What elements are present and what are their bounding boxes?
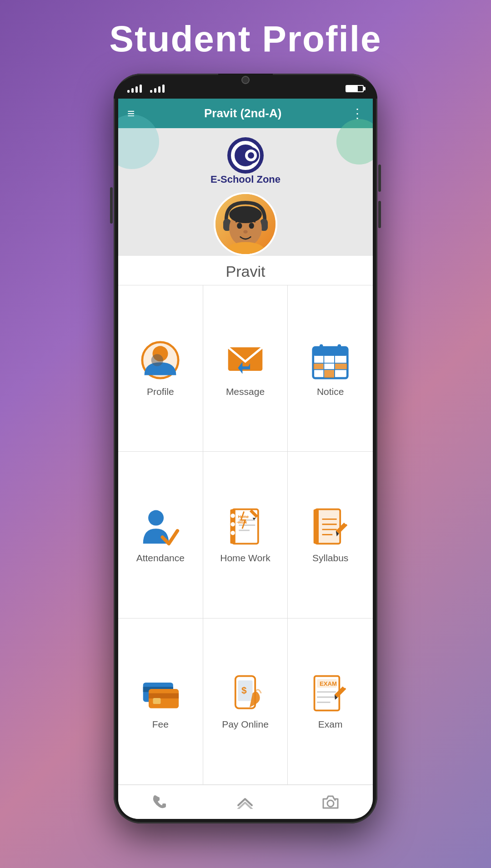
svg-point-16 — [151, 354, 163, 366]
signal-indicator — [127, 85, 165, 93]
fee-svg-icon: ₹ — [141, 674, 180, 713]
logo-container: E-School Zone — [210, 137, 281, 185]
student-name: Pravit — [226, 263, 266, 280]
phone-icon — [152, 794, 168, 810]
menu-item-fee[interactable]: ₹ Fee — [118, 619, 203, 785]
phone-button[interactable] — [152, 794, 168, 810]
svg-point-9 — [237, 223, 242, 229]
homework-label: Home Work — [220, 553, 270, 564]
avatar-image — [215, 194, 276, 254]
attendance-label: Attendance — [136, 553, 185, 564]
svg-point-11 — [243, 230, 247, 234]
profile-icon — [140, 340, 181, 381]
phone-frame: ≡ Pravit (2nd-A) ⋮ E-School Zone — [114, 74, 377, 823]
app-name-label: E-School Zone — [210, 174, 281, 185]
volume-up-button — [378, 165, 381, 192]
profile-svg-icon — [141, 341, 180, 379]
attendance-svg-icon — [141, 507, 180, 546]
notice-svg-icon — [311, 341, 350, 379]
fee-icon: ₹ — [140, 673, 181, 713]
signal-bar-4 — [140, 85, 142, 93]
signal-bar-1 — [127, 90, 130, 93]
menu-item-notice[interactable]: Notice — [288, 285, 373, 452]
page-title: Student Profile — [110, 18, 382, 60]
payonline-icon: $ — [225, 673, 266, 713]
payonline-svg-icon: $ — [226, 674, 265, 713]
svg-point-33 — [230, 523, 235, 527]
power-button — [110, 187, 113, 224]
svg-point-10 — [249, 223, 254, 229]
exam-label: Exam — [318, 719, 343, 730]
svg-point-32 — [230, 514, 235, 518]
signal-bar-3 — [135, 86, 138, 93]
svg-point-62 — [327, 800, 334, 807]
notice-label: Notice — [317, 386, 344, 397]
nav-title: Pravit (2nd-A) — [204, 106, 281, 120]
signal-bar-2 — [131, 88, 134, 93]
syllabus-svg-icon — [311, 507, 350, 546]
syllabus-icon — [310, 506, 351, 547]
payonline-label: Pay Online — [222, 719, 269, 730]
phone-screen: ≡ Pravit (2nd-A) ⋮ E-School Zone — [118, 99, 373, 819]
svg-point-29 — [148, 510, 164, 526]
app-logo-icon — [227, 137, 264, 174]
menu-item-homework[interactable]: Home -work Home Work — [203, 452, 288, 618]
camera-icon — [322, 795, 339, 809]
homework-icon: Home -work — [225, 506, 266, 547]
menu-item-syllabus[interactable]: Syllabus — [288, 452, 373, 618]
menu-grid: Profile Message — [118, 285, 373, 785]
menu-item-message[interactable]: Message — [203, 285, 288, 452]
svg-point-8 — [229, 206, 262, 223]
svg-point-34 — [230, 531, 235, 535]
exam-icon: EXAM — [310, 673, 351, 713]
message-label: Message — [226, 386, 265, 397]
menu-item-profile[interactable]: Profile — [118, 285, 203, 452]
profile-avatar — [214, 192, 277, 256]
signal-bar-8 — [162, 85, 165, 93]
up-chevron-button[interactable] — [236, 795, 254, 809]
svg-rect-19 — [313, 347, 348, 356]
signal-bar-6 — [154, 88, 156, 93]
svg-rect-27 — [335, 364, 347, 369]
svg-point-63 — [334, 799, 336, 801]
syllabus-label: Syllabus — [312, 553, 348, 564]
svg-rect-20 — [320, 344, 323, 352]
menu-item-attendance[interactable]: Attendance — [118, 452, 203, 618]
message-icon — [225, 340, 266, 381]
menu-item-payonline[interactable]: $ Pay Online — [203, 619, 288, 785]
notice-icon — [310, 340, 351, 381]
svg-rect-21 — [338, 344, 341, 352]
homework-svg-icon: Home -work — [226, 507, 265, 546]
attendance-icon — [140, 506, 181, 547]
svg-rect-52 — [153, 698, 161, 704]
phone-notch — [218, 74, 273, 86]
svg-rect-28 — [324, 370, 334, 378]
header-section: E-School Zone — [118, 128, 373, 256]
camera-button[interactable] — [322, 795, 339, 809]
chevron-up-icon — [236, 795, 254, 809]
fee-label: Fee — [152, 719, 169, 730]
more-options-icon[interactable]: ⋮ — [351, 106, 364, 121]
profile-label: Profile — [147, 386, 174, 397]
profile-avatar-wrapper — [214, 192, 277, 256]
signal-bar-7 — [158, 86, 160, 93]
front-camera — [241, 76, 250, 84]
exam-svg-icon: EXAM — [311, 674, 350, 713]
nav-bar: ≡ Pravit (2nd-A) ⋮ — [118, 99, 373, 128]
signal-bar-5 — [150, 90, 152, 93]
svg-text:$: $ — [241, 684, 247, 695]
volume-down-button — [378, 201, 381, 228]
svg-text:EXAM: EXAM — [320, 680, 337, 687]
svg-rect-40 — [316, 509, 341, 544]
svg-rect-26 — [314, 364, 324, 369]
battery-fill — [346, 86, 358, 91]
svg-rect-51 — [149, 693, 179, 698]
profile-name-section: Pravit — [118, 256, 373, 285]
message-svg-icon — [226, 341, 265, 379]
menu-item-exam[interactable]: EXAM Exam — [288, 619, 373, 785]
bottom-nav-bar — [118, 785, 373, 819]
battery-indicator — [346, 85, 364, 92]
svg-rect-42 — [314, 509, 319, 544]
